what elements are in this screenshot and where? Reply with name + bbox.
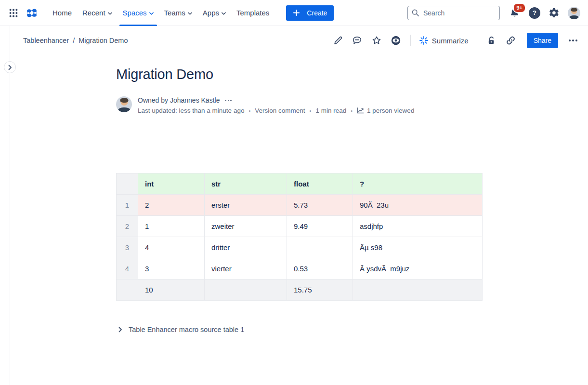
nav-item-teams[interactable]: Teams — [159, 0, 197, 26]
table-row: 21zweiter9.49asdjhfp — [117, 216, 483, 237]
nav-item-home[interactable]: Home — [47, 0, 77, 26]
confluence-page: Home Recent Spaces Teams Apps Templates … — [0, 0, 588, 385]
notification-badge: 9+ — [513, 3, 526, 13]
footer-cell: 15.75 — [287, 279, 353, 301]
star-button[interactable] — [368, 33, 385, 48]
viewers-label: 1 person viewed — [367, 107, 414, 114]
nav-item-templates[interactable]: Templates — [231, 0, 274, 26]
expand-source-table[interactable]: Table Enhancer macro source table 1 — [116, 326, 483, 333]
table-cell[interactable]: 4 — [138, 237, 205, 258]
expand-label: Table Enhancer macro source table 1 — [129, 326, 244, 333]
table-cell[interactable]: 3 — [138, 258, 205, 279]
demo-table: intstrfloat?12erster5.7390Ã 23u21zweiter… — [116, 173, 483, 301]
summarize-label: Summarize — [432, 37, 469, 45]
column-header[interactable]: float — [287, 173, 353, 195]
primary-nav: Home Recent Spaces Teams Apps Templates — [47, 0, 274, 26]
page-actions: Summarize Share — [330, 33, 581, 48]
content-area: Tableenhancer / Migration Demo — [0, 26, 588, 385]
restrictions-button[interactable] — [483, 33, 500, 48]
comment-icon — [352, 35, 363, 46]
row-number: 3 — [117, 237, 138, 258]
search-input[interactable] — [407, 6, 500, 20]
table-cell[interactable]: 9.49 — [287, 216, 353, 237]
app-switcher-icon[interactable] — [7, 6, 20, 20]
chevron-down-icon — [108, 12, 112, 15]
row-number: 2 — [117, 216, 138, 237]
table-cell[interactable]: 1 — [138, 216, 205, 237]
ellipsis-icon — [569, 40, 577, 41]
row-number — [117, 279, 138, 301]
page-title: Migration Demo — [116, 66, 483, 82]
table-wrapper: intstrfloat?12erster5.7390Ã 23u21zweiter… — [116, 173, 483, 301]
topnav-right: 9+ ? — [407, 6, 580, 20]
row-number: 1 — [117, 195, 138, 216]
nav-item-recent[interactable]: Recent — [77, 0, 118, 26]
table-cell[interactable]: 90Ã 23u — [353, 195, 483, 216]
edit-button[interactable] — [330, 33, 346, 48]
unlock-icon — [486, 35, 497, 46]
settings-button[interactable] — [549, 7, 560, 18]
sidebar-expand-button[interactable] — [4, 61, 16, 73]
chevron-down-icon — [222, 12, 226, 15]
nav-label: Recent — [82, 9, 105, 17]
top-navigation: Home Recent Spaces Teams Apps Templates … — [0, 0, 588, 26]
ai-sparkle-icon — [419, 36, 429, 45]
confluence-logo-icon[interactable] — [25, 6, 39, 20]
nav-label: Templates — [236, 9, 269, 17]
table-cell[interactable]: dritter — [205, 237, 287, 258]
owner-more-icon[interactable] — [223, 98, 233, 103]
column-header[interactable]: int — [138, 173, 205, 195]
nav-label: Teams — [164, 9, 185, 17]
breadcrumb: Tableenhancer / Migration Demo — [23, 37, 128, 44]
star-icon — [371, 35, 382, 46]
table-cell[interactable]: zweiter — [205, 216, 287, 237]
column-header[interactable]: ? — [353, 173, 483, 195]
owner-avatar[interactable] — [116, 96, 132, 112]
table-footer-row: 1015.75 — [117, 279, 483, 301]
table-cell[interactable]: 5.73 — [287, 195, 353, 216]
breadcrumb-page-link[interactable]: Migration Demo — [78, 37, 128, 44]
question-mark-icon: ? — [533, 9, 536, 16]
analytics-link[interactable]: 1 person viewed — [357, 107, 414, 114]
nav-item-spaces[interactable]: Spaces — [118, 0, 159, 26]
table-cell[interactable]: vierter — [205, 258, 287, 279]
table-cell[interactable]: 0.53 — [287, 258, 353, 279]
table-row: 12erster5.7390Ã 23u — [117, 195, 483, 216]
search-box — [407, 6, 500, 20]
plus-icon — [293, 9, 300, 16]
table-cell[interactable]: 2 — [138, 195, 205, 216]
notifications-button[interactable]: 9+ — [508, 6, 521, 20]
eye-icon — [390, 35, 402, 46]
share-button[interactable]: Share — [527, 33, 558, 48]
version-comment-link[interactable]: Version comment — [255, 107, 305, 114]
table-cell[interactable]: Â ysdvÃ m9juz — [353, 258, 483, 279]
copy-link-button[interactable] — [503, 33, 519, 48]
owner-link[interactable]: Owned by Johannes Kästle — [138, 96, 220, 104]
breadcrumb-space-link[interactable]: Tableenhancer — [23, 37, 69, 44]
table-cell[interactable] — [287, 237, 353, 258]
table-header-row: intstrfloat? — [117, 173, 483, 195]
table-cell[interactable]: Âµ s98 — [353, 237, 483, 258]
meta-line: Last updated: less than a minute ago • V… — [138, 107, 414, 114]
meta-separator: • — [248, 108, 250, 114]
toolbar-divider — [477, 35, 477, 46]
comments-button[interactable] — [349, 33, 366, 48]
create-button[interactable]: Create — [286, 5, 334, 21]
help-button[interactable]: ? — [529, 7, 540, 19]
column-header[interactable]: str — [205, 173, 287, 195]
table-cell[interactable]: asdjhfp — [353, 216, 483, 237]
chevron-right-icon — [8, 65, 12, 70]
breadcrumb-separator: / — [73, 37, 75, 44]
nav-item-apps[interactable]: Apps — [197, 0, 231, 26]
footer-cell — [205, 279, 287, 301]
last-updated-link[interactable]: Last updated: less than a minute ago — [138, 107, 244, 114]
watch-button[interactable] — [388, 33, 404, 48]
user-avatar[interactable] — [568, 7, 580, 19]
meta-separator: • — [310, 108, 312, 114]
sidebar-divider — [10, 26, 10, 385]
owner-line: Owned by Johannes Kästle — [138, 96, 414, 104]
nav-label: Apps — [203, 9, 219, 17]
table-cell[interactable]: erster — [205, 195, 287, 216]
more-actions-button[interactable] — [565, 33, 581, 48]
summarize-button[interactable]: Summarize — [417, 34, 470, 47]
